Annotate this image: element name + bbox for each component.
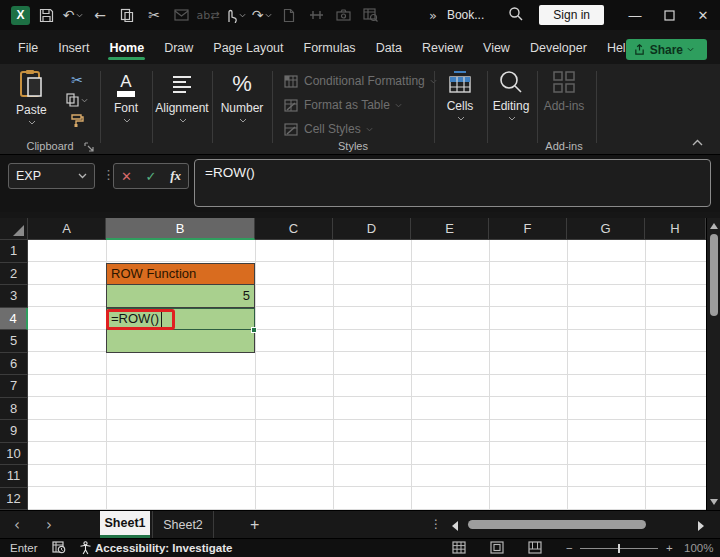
- row-header-11[interactable]: 11: [0, 465, 28, 488]
- cut-button[interactable]: ✂: [71, 70, 83, 90]
- row-header-3[interactable]: 3: [0, 285, 28, 308]
- hscroll-right-icon[interactable]: [698, 521, 704, 531]
- font-group-button[interactable]: A Font: [104, 71, 148, 123]
- column-header-c[interactable]: C: [255, 218, 333, 240]
- share-label: Share: [650, 43, 683, 57]
- row-header-9[interactable]: 9: [0, 420, 28, 443]
- vertical-scroll-thumb[interactable]: [710, 234, 718, 316]
- scroll-down-icon[interactable]: [710, 499, 718, 505]
- sheet-options-icon[interactable]: ⋮: [430, 517, 442, 531]
- column-header-f[interactable]: F: [489, 218, 567, 240]
- draw-table-icon: [305, 4, 327, 26]
- tab-formulas[interactable]: Formulas: [294, 33, 366, 64]
- sheet-nav-right-icon[interactable]: ›: [46, 511, 52, 539]
- tab-review[interactable]: Review: [412, 33, 473, 64]
- column-header-e[interactable]: E: [411, 218, 489, 240]
- touch-mode-icon[interactable]: [224, 4, 246, 26]
- macro-record-icon[interactable]: [52, 541, 66, 556]
- toolbar-overflow-icon[interactable]: »: [429, 8, 437, 23]
- row-header-5[interactable]: 5: [0, 330, 28, 353]
- cancel-entry-button[interactable]: ✕: [121, 169, 132, 184]
- sign-in-button[interactable]: Sign in: [539, 5, 604, 25]
- redo-icon[interactable]: ↷: [251, 4, 273, 26]
- column-header-g[interactable]: G: [567, 218, 645, 240]
- row-header-10[interactable]: 10: [0, 443, 28, 466]
- select-all-corner[interactable]: [0, 218, 28, 240]
- tab-developer[interactable]: Developer: [520, 33, 597, 64]
- cell-b2[interactable]: ROW Function: [106, 263, 255, 286]
- copy-icon[interactable]: [116, 4, 138, 26]
- page-break-view-icon[interactable]: [528, 541, 542, 556]
- formula-input[interactable]: =ROW(): [194, 159, 711, 207]
- column-header-a[interactable]: A: [28, 218, 106, 240]
- normal-view-icon[interactable]: [452, 541, 466, 556]
- cut-icon[interactable]: ✂: [143, 4, 165, 26]
- tab-page-layout[interactable]: Page Layout: [203, 33, 293, 64]
- row-header-7[interactable]: 7: [0, 375, 28, 398]
- add-sheet-button[interactable]: +: [250, 511, 259, 539]
- close-button[interactable]: ✕: [686, 0, 720, 30]
- copy-button[interactable]: [66, 90, 88, 110]
- zoom-out-icon[interactable]: −: [566, 542, 573, 554]
- tab-draw[interactable]: Draw: [154, 33, 203, 64]
- sheet-nav-left-icon[interactable]: ‹: [14, 511, 20, 539]
- accessibility-status[interactable]: Accessibility: Investigate: [95, 542, 232, 554]
- accessibility-icon[interactable]: [79, 541, 92, 557]
- editing-group-button[interactable]: Editing: [486, 69, 536, 121]
- tab-view[interactable]: View: [473, 33, 520, 64]
- red-annotation-box: [106, 309, 175, 330]
- cells-group-button[interactable]: Cells: [438, 69, 482, 121]
- maximize-button[interactable]: [652, 0, 686, 30]
- zoom-slider-thumb[interactable]: [618, 544, 620, 553]
- cells-area[interactable]: ROW Function 5 =ROW(): [28, 240, 706, 510]
- enter-entry-button[interactable]: ✓: [146, 169, 157, 184]
- back-arrow-icon[interactable]: ←: [89, 4, 111, 26]
- sheet-tab-sheet2[interactable]: Sheet2: [152, 511, 214, 538]
- insert-function-button[interactable]: fx: [170, 168, 181, 184]
- collapse-ribbon-icon[interactable]: [692, 132, 703, 150]
- vertical-scrollbar[interactable]: [706, 218, 720, 510]
- excel-logo-icon[interactable]: X: [11, 6, 30, 25]
- save-icon[interactable]: [35, 4, 57, 26]
- number-label: Number: [221, 101, 264, 115]
- search-icon[interactable]: [508, 6, 523, 25]
- zoom-in-icon[interactable]: +: [666, 542, 673, 554]
- row-header-1[interactable]: 1: [0, 240, 28, 263]
- row-header-6[interactable]: 6: [0, 353, 28, 376]
- minimize-button[interactable]: —: [618, 0, 652, 30]
- row-header-8[interactable]: 8: [0, 398, 28, 421]
- name-box[interactable]: EXP: [8, 163, 95, 189]
- alignment-group-button[interactable]: Alignment: [154, 71, 210, 123]
- column-header-h[interactable]: H: [645, 218, 706, 240]
- clipboard-dialog-launcher-icon[interactable]: [84, 138, 94, 156]
- row-header-2[interactable]: 2: [0, 263, 28, 286]
- sheet-tab-sheet1[interactable]: Sheet1: [100, 511, 150, 538]
- hscroll-left-icon[interactable]: [452, 521, 458, 531]
- cell-styles-button: Cell Styles: [284, 122, 379, 136]
- zoom-level[interactable]: 100%: [684, 542, 713, 554]
- fill-handle[interactable]: [251, 327, 257, 333]
- cell-b4-active[interactable]: =ROW(): [106, 308, 255, 331]
- sheet-tab-bar: ‹ › Sheet1 Sheet2 + ⋮: [0, 510, 720, 538]
- row-header-12[interactable]: 12: [0, 488, 28, 511]
- excel-window: X ↶ ← ✂ ab⇄ ↷: [0, 0, 720, 557]
- page-layout-view-icon[interactable]: [490, 541, 504, 556]
- number-group-button[interactable]: % Number: [216, 71, 268, 123]
- tab-data[interactable]: Data: [366, 33, 412, 64]
- cell-b5[interactable]: [106, 330, 255, 353]
- tab-home[interactable]: Home: [99, 33, 154, 64]
- share-button[interactable]: Share: [626, 39, 707, 60]
- column-header-b[interactable]: B: [106, 218, 255, 240]
- quick-access-toolbar: ↶ ← ✂ ab⇄ ↷: [30, 4, 381, 26]
- tab-insert[interactable]: Insert: [48, 33, 99, 64]
- undo-icon[interactable]: ↶: [62, 4, 84, 26]
- row-header-4[interactable]: 4: [0, 308, 28, 331]
- column-header-d[interactable]: D: [333, 218, 411, 240]
- format-painter-button[interactable]: [70, 110, 84, 130]
- horizontal-scroll-thumb[interactable]: [468, 520, 646, 529]
- paste-button[interactable]: Paste: [16, 69, 47, 125]
- percent-icon: %: [232, 71, 252, 97]
- scroll-up-icon[interactable]: [710, 223, 718, 229]
- tab-file[interactable]: File: [8, 33, 48, 64]
- cell-b3[interactable]: 5: [106, 285, 255, 308]
